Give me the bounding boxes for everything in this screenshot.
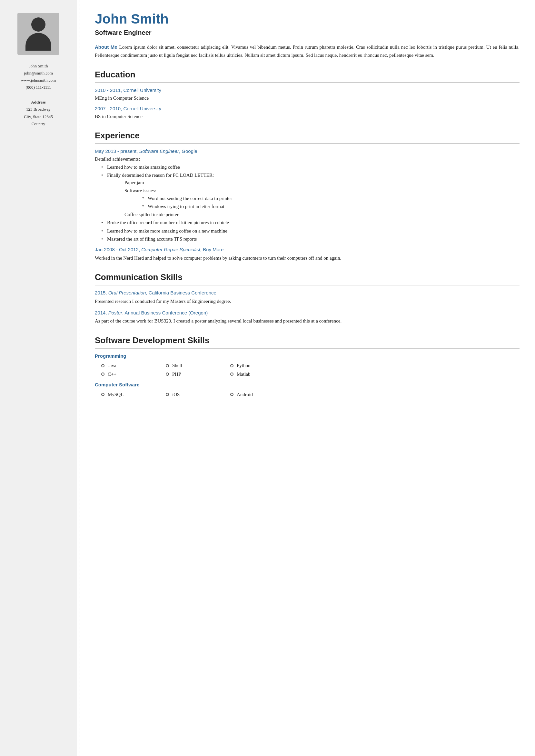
skill-item: C++ [101, 370, 166, 378]
communication-section-title: Communication Skills [95, 271, 520, 285]
exp-header-1: May 2013 - present, Software Engineer, G… [95, 148, 520, 155]
sidebar-name: John Smith [21, 63, 56, 70]
skills-programming: Programming Java Shell Python C++ PHP Ma… [95, 352, 520, 378]
star-item: Word not sending the correct data to pri… [142, 195, 520, 202]
dotted-divider [77, 0, 83, 756]
skill-bullet-icon [166, 373, 169, 376]
skills-grid-software: MySQL iOS Android [95, 391, 520, 399]
dash-list-1: Paper jam Software issues: Word not send… [107, 179, 520, 218]
skill-item: Shell [166, 362, 230, 370]
skill-item: Python [230, 362, 295, 370]
skill-bullet-icon [230, 393, 234, 396]
about-me-text: Lorem ipsum dolor sit amet, consectetur … [95, 44, 520, 58]
experience-entry-1: May 2013 - present, Software Engineer, G… [95, 148, 520, 243]
skill-item: Matlab [230, 370, 295, 378]
bullet-item: Mastered the art of filing accurate TPS … [101, 236, 520, 243]
avatar-head [31, 17, 45, 32]
comm-header-2: 2014, Poster, Annual Business Conference… [95, 309, 520, 317]
comm-header-1: 2015, Oral Presentation, California Busi… [95, 289, 520, 297]
edu-degree-1: MEng in Computer Science [95, 95, 520, 102]
education-section-title: Education [95, 69, 520, 83]
avatar [17, 13, 59, 55]
comm-desc-1: Presented research I conducted for my Ma… [95, 297, 520, 305]
skill-item: iOS [166, 391, 230, 399]
skill-item: PHP [166, 370, 230, 378]
dash-item: Software issues: Word not sending the co… [119, 187, 520, 210]
address-line3: Country [24, 120, 53, 127]
skills-category-software: Computer Software [95, 381, 520, 389]
skills-section-title: Software Development Skills [95, 334, 520, 349]
address-label: Address [24, 99, 53, 106]
address-line1: 123 Broadway [24, 106, 53, 113]
skill-bullet-icon [101, 373, 104, 376]
bullet-item: Learned how to make more amazing coffee … [101, 227, 520, 235]
edu-header-2: 2007 - 2010, Cornell University [95, 105, 520, 113]
skill-bullet-icon [166, 364, 169, 367]
skill-bullet-icon [166, 393, 169, 396]
bullet-list-1: Learned how to make amazing coffee Final… [95, 163, 520, 243]
education-entry-1: 2010 - 2011, Cornell University MEng in … [95, 87, 520, 102]
dash-item: Coffee spilled inside printer [119, 211, 520, 218]
resume-page: John Smith john@smith.com www.johnsmith.… [0, 0, 535, 756]
skills-software: Computer Software MySQL iOS Android [95, 381, 520, 398]
bullet-item: Broke the office record for number of ki… [101, 219, 520, 226]
job-title: Software Engineer [95, 28, 520, 38]
bullet-item: Learned how to make amazing coffee [101, 163, 520, 171]
sidebar-email: john@smith.com [21, 70, 56, 77]
sidebar: John Smith john@smith.com www.johnsmith.… [0, 0, 77, 756]
skill-bullet-icon [230, 373, 234, 376]
communication-entry-2: 2014, Poster, Annual Business Conference… [95, 309, 520, 325]
edu-degree-2: BS in Computer Science [95, 113, 520, 120]
contact-info: John Smith john@smith.com www.johnsmith.… [21, 63, 56, 91]
bullet-item: Finally determined the reason for PC LOA… [101, 172, 520, 219]
dotted-line [80, 0, 80, 756]
sidebar-website: www.johnsmith.com [21, 77, 56, 84]
comm-desc-2: As part of the course work for BUS320, I… [95, 317, 520, 325]
main-content: John Smith Software Engineer About MeLor… [83, 0, 535, 756]
about-me-label: About Me [95, 44, 117, 50]
about-me-block: About MeLorem ipsum dolor sit amet, cons… [95, 43, 520, 59]
skill-bullet-icon [101, 393, 104, 396]
exp-header-2: Jan 2008 - Oct 2012, Computer Repair Spe… [95, 246, 520, 254]
skill-item: MySQL [101, 391, 166, 399]
skill-item: Java [101, 362, 166, 370]
skills-grid-programming: Java Shell Python C++ PHP Matlab [95, 362, 520, 378]
skill-item: Android [230, 391, 295, 399]
communication-entry-1: 2015, Oral Presentation, California Busi… [95, 289, 520, 305]
full-name: John Smith [95, 12, 520, 26]
address-line2: City, State 12345 [24, 113, 53, 120]
education-entry-2: 2007 - 2010, Cornell University BS in Co… [95, 105, 520, 120]
exp-desc-2: Worked in the Nerd Herd and helped to so… [95, 254, 520, 262]
edu-header-1: 2010 - 2011, Cornell University [95, 87, 520, 94]
skills-category-programming: Programming [95, 352, 520, 360]
experience-entry-2: Jan 2008 - Oct 2012, Computer Repair Spe… [95, 246, 520, 262]
sidebar-phone: (000) 111-1111 [21, 84, 56, 91]
person-icon [25, 17, 51, 51]
skill-bullet-icon [101, 364, 104, 367]
experience-section-title: Experience [95, 129, 520, 144]
star-list-1: Word not sending the correct data to pri… [125, 195, 520, 210]
skill-bullet-icon [230, 364, 234, 367]
dash-item: Paper jam [119, 179, 520, 186]
avatar-body [25, 33, 51, 51]
achievements-label: Detailed achievements: [95, 155, 520, 163]
star-item: Windows trying to print in letter format [142, 203, 520, 210]
address-section: Address 123 Broadway City, State 12345 C… [24, 99, 53, 127]
